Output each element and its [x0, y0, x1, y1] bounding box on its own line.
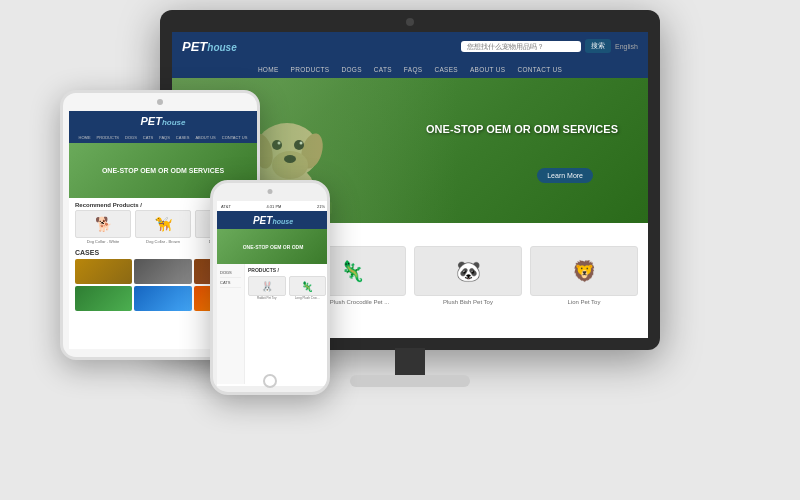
- tablet-header: PEThouse: [69, 111, 257, 131]
- phone-hero: ONE-STOP OEM OR ODM: [217, 229, 329, 264]
- case-img-4: [134, 286, 191, 311]
- phone-product-name-1: Long Plush Croc...: [289, 296, 327, 300]
- nav-about[interactable]: ABOUT US: [470, 66, 506, 73]
- phone-screen: AT&T 4:31 PM 21% PEThouse ONE-STOP OEM O…: [217, 201, 329, 386]
- monitor-search-bar: 搜索 English: [461, 39, 638, 53]
- nav-cases[interactable]: CASES: [434, 66, 458, 73]
- monitor-stand-base: [350, 375, 470, 387]
- case-img-3: [75, 286, 132, 311]
- tablet-product-1[interactable]: 🦮 Dog Collar - Brown: [135, 210, 191, 244]
- statusbar-carrier: AT&T: [221, 204, 231, 209]
- tablet-nav-faqs[interactable]: FAQS: [159, 135, 170, 140]
- tablet-nav-cases[interactable]: CASES: [176, 135, 190, 140]
- tablet-nav-home[interactable]: HOME: [79, 135, 91, 140]
- phone-products-label: PRODUCTS /: [248, 267, 326, 273]
- phone-product-0[interactable]: 🐰 Rabbit Pet Toy: [248, 276, 286, 300]
- statusbar-time: 4:31 PM: [267, 204, 282, 209]
- phone-logo: PEThouse: [253, 215, 293, 226]
- tablet-product-img-0: 🐕: [75, 210, 131, 238]
- phone-camera: [268, 189, 273, 194]
- phone-home-btn[interactable]: [263, 374, 277, 388]
- phone-content: DOGS CATS PRODUCTS / 🐰 Rabbit Pet Toy 🦎: [217, 264, 329, 384]
- tablet-camera: [157, 99, 163, 105]
- phone-products-row: 🐰 Rabbit Pet Toy 🦎 Long Plush Croc...: [248, 276, 326, 300]
- product-name-3: Lion Pet Toy: [530, 299, 638, 305]
- monitor-nav: HOME PRODUCTS DOGS CATS FAQS CASES ABOUT…: [172, 60, 648, 78]
- tablet-nav-products[interactable]: PRODUCTS: [97, 135, 119, 140]
- tablet-nav: HOME PRODUCTS DOGS CATS FAQS CASES ABOUT…: [69, 131, 257, 143]
- case-img-1: [134, 259, 191, 284]
- monitor-logo: PEThouse: [182, 39, 237, 54]
- phone-sidebar: DOGS CATS: [217, 264, 245, 384]
- monitor-search-input[interactable]: [461, 41, 581, 52]
- product-card-2[interactable]: 🐼 Plush Bish Pet Toy: [414, 246, 522, 305]
- nav-home[interactable]: HOME: [258, 66, 279, 73]
- product-img-3: 🦁: [530, 246, 638, 296]
- tablet-product-name-0: Dog Collar - White: [75, 239, 131, 244]
- nav-products[interactable]: PRODUCTS: [291, 66, 330, 73]
- sidebar-cats[interactable]: CATS: [220, 278, 241, 288]
- hero-headline: ONE-STOP OEM OR ODM SERVICES: [426, 123, 618, 135]
- product-name-2: Plush Bish Pet Toy: [414, 299, 522, 305]
- monitor-search-btn[interactable]: 搜索: [585, 39, 611, 53]
- tablet-logo: PEThouse: [141, 115, 186, 127]
- product-img-2: 🐼: [414, 246, 522, 296]
- nav-dogs[interactable]: DOGS: [341, 66, 361, 73]
- tablet-product-img-1: 🦮: [135, 210, 191, 238]
- nav-contact[interactable]: CONTACT US: [517, 66, 562, 73]
- tablet-product-0[interactable]: 🐕 Dog Collar - White: [75, 210, 131, 244]
- monitor-camera: [406, 18, 414, 26]
- phone-header: PEThouse: [217, 211, 329, 229]
- phone-frame: AT&T 4:31 PM 21% PEThouse ONE-STOP OEM O…: [210, 180, 330, 395]
- phone-statusbar: AT&T 4:31 PM 21%: [217, 201, 329, 211]
- case-img-0: [75, 259, 132, 284]
- phone-product-img-0: 🐰: [248, 276, 286, 296]
- tablet-nav-contact[interactable]: CONTACT US: [222, 135, 248, 140]
- learn-more-btn[interactable]: Learn More: [537, 168, 593, 183]
- phone-product-name-0: Rabbit Pet Toy: [248, 296, 286, 300]
- phone-main: PRODUCTS / 🐰 Rabbit Pet Toy 🦎 Long Plush…: [245, 264, 329, 384]
- tablet-nav-dogs[interactable]: DOGS: [125, 135, 137, 140]
- phone-product-img-1: 🦎: [289, 276, 327, 296]
- tablet-product-name-1: Dog Collar - Brown: [135, 239, 191, 244]
- tablet-nav-about[interactable]: ABOUT US: [195, 135, 215, 140]
- statusbar-battery: 21%: [317, 204, 325, 209]
- tablet-nav-cats[interactable]: CATS: [143, 135, 153, 140]
- monitor-header: PEThouse 搜索 English: [172, 32, 648, 60]
- scene: PEThouse 搜索 English HOME PRODUCTS DOGS C…: [0, 0, 800, 500]
- monitor-lang: English: [615, 43, 638, 50]
- nav-faqs[interactable]: FAQS: [404, 66, 423, 73]
- phone-product-1[interactable]: 🦎 Long Plush Croc...: [289, 276, 327, 300]
- monitor-stand-neck: [395, 348, 425, 378]
- sidebar-dogs[interactable]: DOGS: [220, 268, 241, 278]
- nav-cats[interactable]: CATS: [374, 66, 392, 73]
- phone: AT&T 4:31 PM 21% PEThouse ONE-STOP OEM O…: [210, 180, 330, 395]
- product-card-3[interactable]: 🦁 Lion Pet Toy: [530, 246, 638, 305]
